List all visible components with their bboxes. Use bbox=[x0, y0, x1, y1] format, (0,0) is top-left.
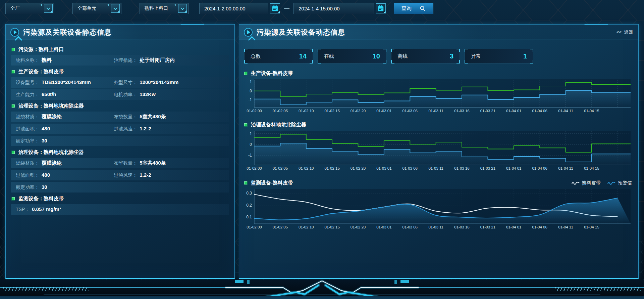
chart-title: 治理设备料地坑北除尘器 bbox=[251, 122, 306, 128]
svg-text:01-02 20: 01-02 20 bbox=[351, 109, 366, 113]
dynamic-info-title: 污染源及关联设备动态信息 bbox=[257, 28, 345, 37]
svg-text:01-03 11: 01-03 11 bbox=[428, 166, 443, 170]
svg-text:01-03 16: 01-03 16 bbox=[454, 109, 469, 113]
info-row: 滤袋材质：覆膜涤纶布华数量：5室共480条 bbox=[11, 158, 229, 168]
corner-bracket-decoration bbox=[244, 49, 248, 52]
hatch-stripes-right bbox=[555, 287, 641, 291]
info-row: 滤袋材质：覆膜涤纶布袋数量：5室共480条 bbox=[11, 112, 229, 122]
stat-value: 10 bbox=[373, 52, 380, 60]
svg-text:01-03 01: 01-03 01 bbox=[376, 109, 391, 113]
stat-label: 总数 bbox=[251, 53, 261, 59]
plant-select[interactable]: 全厂 bbox=[5, 3, 54, 14]
date-from-input[interactable]: 2024-1-2 00:00:00 bbox=[199, 3, 268, 14]
date-to-input[interactable]: 2024-1-4 15:00:00 bbox=[293, 3, 374, 14]
svg-text:01-02 10: 01-02 10 bbox=[299, 166, 314, 170]
stat-value: 1 bbox=[523, 52, 527, 60]
chevron-down-icon[interactable] bbox=[111, 4, 120, 13]
stat-card: 离线3 bbox=[391, 49, 460, 63]
info-value: 1.2-2 bbox=[140, 126, 151, 131]
info-cell: 过鸿风速：1.2-2 bbox=[114, 172, 224, 178]
svg-text:-1: -1 bbox=[248, 153, 252, 158]
svg-text:01-02 05: 01-02 05 bbox=[273, 166, 288, 170]
wave-line-icon bbox=[572, 181, 580, 185]
section-header: 监测设备：熟料皮带 bbox=[12, 196, 229, 202]
chart-title: 生产设备-熟料皮带 bbox=[251, 70, 293, 77]
svg-text:0.2: 0.2 bbox=[246, 203, 252, 208]
static-info-title: 污染源及关联设备静态信息 bbox=[23, 28, 112, 37]
legend-item: 熟料皮带 bbox=[572, 180, 601, 186]
search-button-label: 查询 bbox=[401, 5, 412, 12]
info-label: 设备型号： bbox=[16, 80, 39, 86]
back-button[interactable]: << 返回 bbox=[616, 29, 633, 35]
static-info-list: 污染源：熟料上料口物料名称：熟料治理措施：处于封闭厂房内生产设备：熟料皮带设备型… bbox=[6, 40, 234, 215]
corner-bracket-decoration bbox=[391, 49, 394, 52]
section-header: 生产设备：熟料皮带 bbox=[12, 69, 229, 75]
svg-text:01-03 21: 01-03 21 bbox=[480, 109, 495, 113]
svg-text:01-03 11: 01-03 11 bbox=[428, 225, 443, 229]
corner-bracket-decoration bbox=[457, 60, 460, 63]
info-cell: 治理措施：处于封闭厂房内 bbox=[114, 57, 224, 63]
stat-card: 异常1 bbox=[465, 49, 533, 63]
svg-text:01-02 15: 01-02 15 bbox=[324, 166, 339, 170]
svg-text:01-04 15: 01-04 15 bbox=[584, 109, 599, 113]
legend-label: 预警信 bbox=[618, 180, 632, 186]
chevron-down-icon[interactable] bbox=[178, 4, 187, 13]
info-label: 过滤面积： bbox=[16, 172, 39, 178]
unit-select[interactable]: 全部单元 bbox=[72, 3, 121, 14]
static-info-panel: 污染源及关联设备静态信息 污染源：熟料上料口物料名称：熟料治理措施：处于封闭厂房… bbox=[5, 24, 235, 279]
info-value: TDB1200*204143mm bbox=[42, 79, 91, 85]
info-cell: 物料名称：熟料 bbox=[16, 57, 114, 63]
chart-title: 监测设备-熟料皮带 bbox=[251, 180, 293, 186]
footer-decoration bbox=[0, 280, 644, 299]
info-label: 物料名称： bbox=[16, 57, 39, 63]
legend-item: 预警信 bbox=[607, 180, 632, 186]
info-value: 0.057 mg/m³ bbox=[32, 206, 61, 212]
info-label: 布袋数量： bbox=[114, 114, 137, 120]
corner-bracket-decoration bbox=[383, 49, 386, 52]
info-label: TSP： bbox=[16, 207, 30, 213]
info-cell: 布华数量：5室共480条 bbox=[114, 160, 224, 166]
square-bullet-icon bbox=[12, 48, 15, 51]
info-cell: 电机功率：132Kw bbox=[114, 91, 224, 98]
source-select[interactable]: 熟料上料口 bbox=[140, 3, 189, 14]
info-label: 过滤风速： bbox=[114, 126, 137, 132]
corner-bracket-decoration bbox=[318, 49, 321, 52]
date-range-picker: 2024-1-2 00:00:00 — 2024-1-4 15:00:00 bbox=[199, 3, 386, 14]
static-info-panel-header: 污染源及关联设备静态信息 bbox=[6, 25, 234, 40]
svg-text:01-04 11: 01-04 11 bbox=[558, 166, 573, 170]
info-value: 5室共480条 bbox=[140, 114, 166, 120]
stat-card: 在线10 bbox=[318, 49, 386, 63]
svg-text:0.3: 0.3 bbox=[246, 191, 252, 196]
calendar-icon[interactable] bbox=[270, 3, 280, 13]
info-value: 480 bbox=[42, 172, 50, 178]
svg-text:01-02 00: 01-02 00 bbox=[247, 109, 262, 113]
info-row: 生产能力：650t/h电机功率：132Kw bbox=[11, 89, 229, 100]
corner-bracket-decoration bbox=[530, 49, 533, 52]
chevron-down-icon[interactable] bbox=[44, 4, 53, 13]
info-cell: 过滤面积：480 bbox=[16, 172, 114, 178]
info-value: 5室共480条 bbox=[140, 160, 166, 166]
info-cell: 滤袋材质：覆膜涤纶 bbox=[16, 114, 114, 120]
info-label: 治理措施： bbox=[114, 57, 137, 63]
svg-text:01-02 05: 01-02 05 bbox=[273, 225, 288, 229]
stat-value: 3 bbox=[450, 52, 453, 60]
svg-text:01-03 21: 01-03 21 bbox=[480, 166, 495, 170]
svg-text:0: 0 bbox=[250, 89, 252, 93]
corner-bracket-decoration bbox=[310, 49, 313, 52]
info-label: 外型尺寸： bbox=[114, 80, 137, 86]
info-label: 过鸿风速： bbox=[114, 172, 137, 178]
svg-text:01-02 00: 01-02 00 bbox=[247, 225, 262, 229]
info-value: 30 bbox=[42, 138, 47, 143]
svg-text:01-02 05: 01-02 05 bbox=[273, 109, 288, 113]
calendar-icon[interactable] bbox=[376, 3, 386, 13]
stat-value: 14 bbox=[299, 52, 307, 60]
svg-text:01-03 21: 01-03 21 bbox=[480, 225, 495, 229]
search-icon bbox=[420, 5, 426, 11]
search-button[interactable]: 查询 bbox=[394, 3, 433, 14]
info-row: 额定功率：30 bbox=[11, 136, 229, 146]
svg-text:01-03 01: 01-03 01 bbox=[376, 166, 391, 170]
filter-toolbar: 全厂 全部单元 熟料上料口 2024-1-2 00:00:00 — 2024-1… bbox=[5, 3, 639, 14]
corner-bracket-decoration bbox=[465, 60, 468, 63]
dynamic-info-panel-header: 污染源及关联设备动态信息 << 返回 bbox=[239, 25, 638, 40]
square-bullet-icon bbox=[244, 181, 247, 184]
